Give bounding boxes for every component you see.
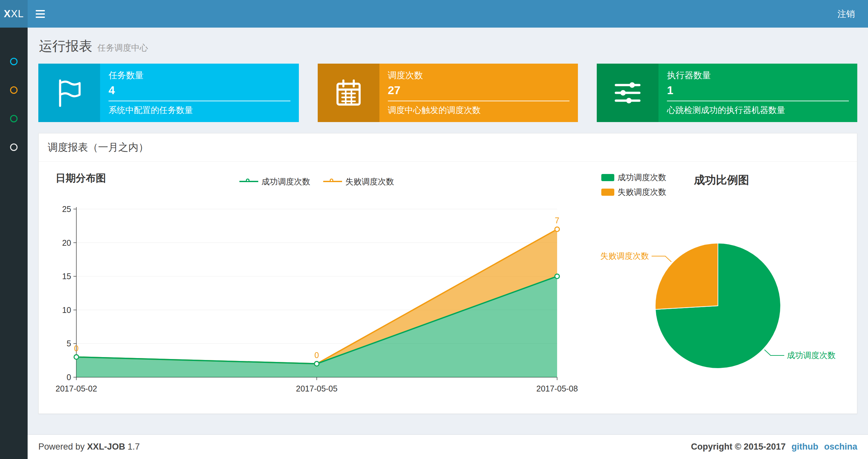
- report-panel: 调度报表（一月之内） 日期分布图 成功调度次数: [38, 133, 857, 414]
- line-marker-icon: [240, 178, 258, 185]
- circle-icon: [10, 86, 18, 94]
- svg-text:成功调度次数: 成功调度次数: [787, 351, 836, 360]
- info-box-description: 系统中配置的任务数量: [108, 104, 290, 116]
- swatch-icon: [601, 174, 614, 181]
- divider: [108, 101, 290, 101]
- divider: [388, 101, 570, 101]
- page-title: 运行报表: [39, 37, 92, 55]
- svg-text:5: 5: [67, 339, 71, 348]
- info-box-triggers: 调度次数 27 调度中心触发的调度次数: [318, 64, 578, 122]
- svg-text:2017-05-08: 2017-05-08: [536, 384, 578, 393]
- panel-body: 日期分布图 成功调度次数 失败调度次数: [39, 162, 857, 414]
- info-box-label: 调度次数: [388, 69, 570, 81]
- sidebar-item-4[interactable]: [0, 133, 28, 161]
- line-chart-legend: 成功调度次数 失败调度次数: [44, 166, 590, 189]
- logo-text: XL: [11, 8, 24, 20]
- line-marker-icon: [323, 178, 342, 185]
- oschina-link[interactable]: oschina: [824, 442, 857, 452]
- footer: Powered by XXL-JOB 1.7 Copyright © 2015-…: [28, 434, 868, 459]
- svg-text:2017-05-02: 2017-05-02: [56, 384, 97, 393]
- copyright-text: Copyright © 2015-2017: [691, 442, 786, 452]
- svg-text:10: 10: [62, 305, 71, 315]
- page-subtitle: 任务调度中心: [97, 42, 148, 54]
- top-navbar: XXL 注销: [0, 0, 868, 28]
- svg-text:0: 0: [74, 344, 79, 353]
- svg-text:20: 20: [62, 238, 71, 248]
- legend-item-fail[interactable]: 失败调度次数: [323, 174, 394, 189]
- info-box-content: 调度次数 27 调度中心触发的调度次数: [379, 64, 578, 122]
- info-box-value: 4: [108, 84, 290, 97]
- pie-chart-header: 成功调度次数 失败调度次数 成功比例图: [590, 166, 852, 189]
- info-box-value: 27: [388, 84, 570, 97]
- svg-text:7: 7: [555, 216, 559, 225]
- version-text: 1.7: [128, 442, 140, 452]
- circle-icon: [10, 143, 18, 151]
- flag-icon: [38, 64, 100, 122]
- circle-icon: [10, 58, 18, 65]
- svg-text:15: 15: [62, 272, 71, 281]
- divider: [667, 101, 849, 101]
- info-box-content: 任务数量 4 系统中配置的任务数量: [100, 64, 299, 122]
- info-box-label: 执行器数量: [667, 69, 849, 81]
- sidebar-item-1[interactable]: [0, 47, 28, 76]
- svg-text:失败调度次数: 失败调度次数: [600, 251, 649, 260]
- page-header: 运行报表 任务调度中心: [38, 28, 857, 64]
- circle-icon: [10, 115, 18, 122]
- powered-by-text: Powered by: [38, 442, 85, 452]
- info-box-description: 调度中心触发的调度次数: [388, 104, 570, 116]
- logout-button[interactable]: 注销: [825, 0, 868, 28]
- legend-label: 成功调度次数: [261, 176, 310, 187]
- github-link[interactable]: github: [792, 442, 818, 452]
- date-distribution-chart: 日期分布图 成功调度次数 失败调度次数: [44, 166, 590, 404]
- legend-item-success[interactable]: 成功调度次数: [240, 174, 310, 189]
- success-ratio-chart: 成功调度次数 失败调度次数 成功比例图 成功调度次数失败调度次数: [590, 166, 852, 404]
- info-box-label: 任务数量: [108, 69, 290, 81]
- sidebar-item-3[interactable]: [0, 104, 28, 133]
- svg-text:0: 0: [67, 373, 71, 382]
- info-box-executors: 执行器数量 1 心跳检测成功的执行器机器数量: [597, 64, 857, 122]
- sidebar-toggle-icon[interactable]: [28, 0, 53, 28]
- legend-label: 失败调度次数: [345, 176, 394, 187]
- legend-label: 成功调度次数: [618, 172, 666, 183]
- sidebar: [0, 28, 28, 459]
- navbar-body: 注销: [28, 0, 868, 28]
- brand-name: XXL-JOB: [87, 442, 125, 452]
- info-box-content: 执行器数量 1 心跳检测成功的执行器机器数量: [658, 64, 857, 122]
- panel-title: 调度报表（一月之内）: [39, 133, 857, 162]
- content-wrapper: 运行报表 任务调度中心 任务数量 4 系统中配置的任务数量: [28, 28, 868, 459]
- info-box-jobs: 任务数量 4 系统中配置的任务数量: [38, 64, 299, 122]
- sidebar-item-2[interactable]: [0, 76, 28, 104]
- info-box-row: 任务数量 4 系统中配置的任务数量 调度次数 27 调度中心触发的调度次数: [38, 64, 857, 122]
- sliders-icon: [597, 64, 658, 122]
- legend-item-success[interactable]: 成功调度次数: [601, 172, 666, 183]
- logo-text-bold: X: [4, 8, 11, 20]
- svg-text:0: 0: [314, 351, 319, 360]
- info-box-description: 心跳检测成功的执行器机器数量: [667, 104, 849, 116]
- svg-text:2017-05-05: 2017-05-05: [296, 384, 338, 393]
- calendar-icon: [318, 64, 379, 122]
- line-chart-title: 日期分布图: [56, 171, 106, 185]
- info-box-value: 1: [667, 84, 849, 97]
- pie-chart-title: 成功比例图: [694, 173, 749, 188]
- pie-chart-svg: 成功调度次数失败调度次数: [590, 189, 843, 397]
- line-chart-svg: 05101520252017-05-022017-05-052017-05-08…: [44, 189, 590, 403]
- app-logo[interactable]: XXL: [0, 0, 28, 28]
- svg-text:25: 25: [62, 204, 71, 214]
